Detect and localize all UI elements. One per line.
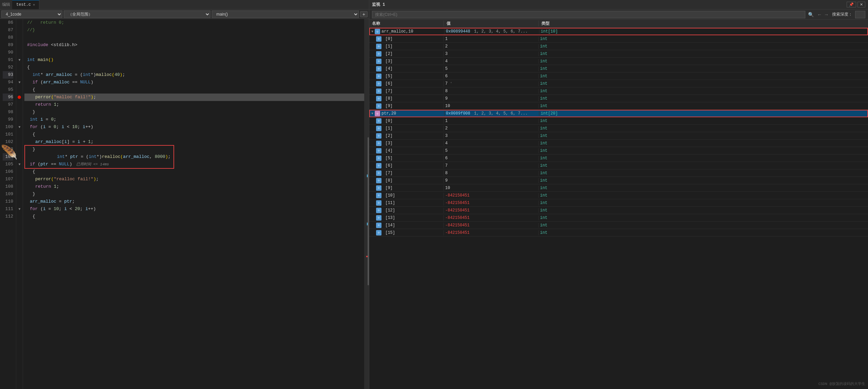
g99: [16, 116, 23, 123]
tab-bar: 编辑 test.c ✕: [0, 0, 369, 9]
ptr-icon: ◇: [375, 111, 380, 116]
monitor-pin-btn[interactable]: 📌: [847, 2, 856, 7]
collapse-105[interactable]: ▼: [18, 163, 20, 166]
g92: [16, 64, 23, 71]
arr-malloc-row[interactable]: ▼ ◇ arr_malloc,10 0x00899448 1, 2, 3, 4,…: [369, 28, 868, 35]
arr-malloc-item-9[interactable]: ◇ [9] 10 int: [369, 102, 868, 110]
ln-100: 100: [3, 123, 13, 131]
ln-109: 109: [3, 190, 13, 198]
monitor-controls: 📌 ✕: [847, 2, 865, 7]
scope-plus-btn[interactable]: +: [360, 11, 368, 17]
ptr-item-13[interactable]: ◇ [13] -842150451 int: [369, 214, 868, 222]
expand-ptr[interactable]: ▼: [371, 112, 373, 116]
ptr-item-12[interactable]: ◇ [12] -842150451 int: [369, 207, 868, 214]
ptr-item-4[interactable]: ◇ [4] 5 int: [369, 147, 868, 155]
search-bar: 🔍 ← → 搜索深度： 3: [369, 9, 868, 20]
ln-101: 101: [3, 131, 13, 138]
ptr-row[interactable]: ▼ ◇ ptr,20 0x0089f008 1, 2, 3, 4, 5, 6, …: [369, 110, 868, 117]
ptr-item-2[interactable]: ◇ [2] 3 int: [369, 132, 868, 140]
ptr-icon-5: ◇: [376, 156, 381, 161]
ptr-item-14[interactable]: ◇ [14] -842150451 int: [369, 222, 868, 229]
nav-next-btn[interactable]: →: [823, 12, 829, 17]
breakpoint-96[interactable]: [18, 96, 21, 99]
collapse-94[interactable]: ▼: [18, 81, 20, 84]
ln-95: 95: [3, 86, 13, 94]
ptr-value: 0x0089f008 1, 2, 3, 4, 5, 6, 7...: [445, 111, 539, 116]
code-content[interactable]: // return 0; //} #include <stdlib.h> int…: [23, 19, 364, 389]
ptr-name: ▼ ◇ ptr,20: [370, 111, 445, 116]
icon-4: ◇: [376, 66, 381, 71]
scope-function-select[interactable]: main(): [212, 11, 358, 18]
ptr-item-8[interactable]: ◇ [8] 9 int: [369, 177, 868, 184]
ln-108: 108: [3, 183, 13, 190]
ptr-item-10[interactable]: ◇ [10] -842150451 int: [369, 192, 868, 199]
arr-malloc-item-1[interactable]: ◇ [1] 2 int: [369, 43, 868, 50]
ln-96: 96: [3, 94, 13, 101]
ptr-item-0[interactable]: ◇ [0] 1 int: [369, 117, 868, 125]
arr-malloc-item-2[interactable]: ◇ [2] 3 int: [369, 50, 868, 58]
arr-malloc-item-8[interactable]: ◇ [8] 9 int: [369, 95, 868, 102]
arr-malloc-item-3[interactable]: ◇ [3] 4 int: [369, 58, 868, 65]
ln-91: 91: [3, 56, 13, 64]
monitor-title: 监视 1: [372, 2, 385, 7]
ptr-item-6[interactable]: ◇ [6] 7 int: [369, 162, 868, 169]
ptr-item-3[interactable]: ◇ [3] 4 int: [369, 140, 868, 147]
arr-malloc-item-6[interactable]: ◇ [6] 7 ' int: [369, 80, 868, 87]
ln-94: 94: [3, 79, 13, 86]
expand-arr-malloc[interactable]: ▼: [371, 30, 373, 34]
ln-89: 89: [3, 41, 13, 49]
ptr-item-15[interactable]: ◇ [15] -842150451 int: [369, 229, 868, 237]
ptr-icon-1: ◇: [376, 126, 381, 131]
scrollbar-v[interactable]: [364, 19, 369, 389]
arr-malloc-item-0[interactable]: ◇ [0] 1 int: [369, 35, 868, 43]
arr-malloc-name: ▼ ◇ arr_malloc,10: [370, 29, 445, 34]
g87: [16, 26, 23, 34]
ln-90: 90: [3, 49, 13, 56]
ptr-icon-9: ◇: [376, 185, 381, 191]
search-btn[interactable]: 🔍: [808, 12, 814, 17]
ptr-item-9[interactable]: ◇ [9] 10 int: [369, 184, 868, 192]
scope-global-select2[interactable]: （全局范围）: [64, 11, 210, 18]
ptr-item-5[interactable]: ◇ [5] 6 int: [369, 155, 868, 162]
code-line-97: return 1;: [24, 101, 364, 108]
g91: ▼: [16, 56, 23, 64]
collapse-91[interactable]: ▼: [18, 58, 20, 62]
collapse-111[interactable]: ▼: [18, 207, 20, 211]
ptr-icon-8: ◇: [376, 178, 381, 183]
depth-input[interactable]: 3: [855, 11, 865, 18]
tab-file[interactable]: 编辑: [0, 0, 12, 9]
ptr-item-11[interactable]: ◇ [11] -842150451 int: [369, 199, 868, 207]
ln-112: 112: [3, 213, 13, 220]
arr-malloc-item-4[interactable]: ◇ [4] 5 int: [369, 65, 868, 73]
watermark: CSDN @放荡的读码的大学生: [818, 381, 865, 386]
arr-malloc-item-7[interactable]: ◇ [7] 8 int: [369, 87, 868, 95]
code-line-93: int* arr_malloc = (int*)malloc(40);: [24, 71, 364, 79]
ln-107: 107: [3, 176, 13, 183]
code-line-102: arr_malloc[i] = i + 1;: [24, 138, 364, 146]
ln-93: 93: [3, 71, 13, 79]
code-area: 86 87 88 89 90 91 92 93 94 95 96 97 98 9…: [0, 19, 369, 389]
collapse-100[interactable]: ▼: [18, 125, 20, 129]
icon-6: ◇: [376, 81, 381, 86]
arr-malloc-icon: ◇: [375, 29, 380, 34]
code-line-89: #include <stdlib.h>: [24, 41, 364, 49]
search-input[interactable]: [372, 11, 805, 18]
code-line-107: perror("realloc fail!");: [24, 176, 364, 183]
ln-99: 99: [3, 116, 13, 123]
code-line-86: // return 0;: [24, 19, 364, 26]
ptr-item-7[interactable]: ◇ [7] 8 int: [369, 169, 868, 177]
arr-malloc-item-5[interactable]: ◇ [5] 6 int: [369, 73, 868, 80]
monitor-close-btn[interactable]: ✕: [857, 2, 865, 7]
scope-global-select[interactable]: 4_1code: [1, 11, 62, 18]
g101: [16, 131, 23, 138]
ln-110: 110: [3, 198, 13, 205]
ptr-item-1[interactable]: ◇ [1] 2 int: [369, 125, 868, 132]
code-line-90: [24, 49, 364, 56]
code-line-112: {: [24, 213, 364, 220]
tab-test-c[interactable]: test.c ✕: [12, 0, 39, 9]
nav-prev-btn[interactable]: ←: [817, 12, 823, 17]
scrollbar-thumb[interactable]: [368, 137, 369, 285]
g90: [16, 49, 23, 56]
ptr-icon-11: ◇: [376, 200, 381, 206]
arr-malloc-value: 0x00899448 1, 2, 3, 4, 5, 6, 7...: [445, 29, 539, 34]
